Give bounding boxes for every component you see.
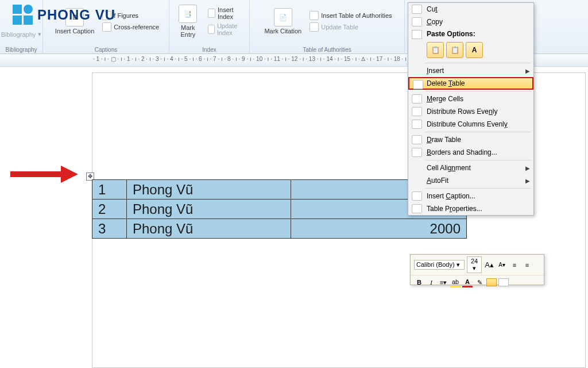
shrink-font-button[interactable]: A▾ (497, 260, 507, 270)
menu-merge-cells[interactable]: Merge Cells (408, 93, 533, 105)
borders-icon (412, 148, 422, 157)
mini-toolbar: Calibri (Body) ▾ 24 ▾ A▴ A▾ ≡ ≡ B I ≡▾ a… (410, 254, 544, 285)
align-button[interactable]: ≡▾ (438, 277, 448, 288)
menu-draw-table[interactable]: Draw Table (408, 133, 533, 146)
menu-table-properties[interactable]: Table Properties... (408, 202, 533, 215)
mark-citation-icon: 📄 (274, 8, 292, 26)
logo-icon (13, 5, 33, 25)
border-swatch[interactable] (498, 278, 509, 286)
insert-toa-button[interactable]: Insert Table of Authorities (308, 10, 393, 21)
menu-distribute-rows[interactable]: Distribute Rows Evenly (408, 105, 533, 118)
paste-options: 📋 📋 A (408, 40, 533, 62)
group-label-bibliography: Bibliography (5, 47, 37, 53)
delete-table-icon (413, 80, 423, 89)
menu-autofit[interactable]: AutoFit▶ (408, 174, 533, 187)
menu-cut[interactable]: Cut (408, 3, 533, 16)
scissors-icon (412, 5, 422, 14)
copy-icon (412, 17, 422, 26)
menu-delete-table[interactable]: Delete Table (408, 77, 533, 90)
annotation-arrow (10, 168, 79, 181)
bibliography-button[interactable]: Bibliography ▾ (0, 30, 42, 39)
dist-cols-icon (412, 120, 422, 129)
context-menu: Cut Copy Paste Options: 📋 📋 A Insert▶ De… (408, 2, 534, 216)
menu-insert[interactable]: Insert▶ (408, 64, 533, 77)
shading-swatch[interactable] (486, 278, 497, 286)
update-table-icon (310, 22, 319, 32)
clipboard-icon (412, 30, 422, 39)
paste-options-header: Paste Options: (408, 28, 533, 40)
paste-option-3[interactable]: A (466, 42, 483, 58)
properties-icon (412, 204, 422, 213)
mark-entry-icon: 📑 (179, 5, 197, 23)
chevron-right-icon: ▶ (525, 165, 530, 171)
table-row: 3Phong Vũ2000 (92, 219, 467, 239)
chevron-right-icon: ▶ (525, 68, 530, 74)
menu-cell-alignment[interactable]: Cell Alignment▶ (408, 162, 533, 174)
highlight-button[interactable]: ab (450, 277, 461, 288)
font-color-button[interactable]: A (462, 277, 473, 288)
mark-entry-button[interactable]: 📑 Mark Entry (173, 3, 203, 39)
update-table-button[interactable]: Update Table (308, 22, 393, 32)
chevron-right-icon: ▶ (525, 178, 530, 184)
grow-font-button[interactable]: A▴ (484, 260, 494, 270)
font-selector[interactable]: Calibri (Body) ▾ (414, 260, 465, 270)
insert-index-button[interactable]: Insert Index (207, 6, 246, 21)
italic-button[interactable]: I (426, 277, 436, 288)
update-index-icon (208, 25, 215, 34)
toa-icon (310, 11, 319, 20)
paste-option-2[interactable]: 📋 (446, 42, 463, 58)
group-label-toa: Table of Authorities (303, 47, 351, 53)
group-label-captions: Captions (95, 47, 117, 53)
menu-copy[interactable]: Copy (408, 16, 533, 28)
dist-rows-icon (412, 107, 422, 116)
menu-insert-caption[interactable]: Insert Caption... (408, 190, 533, 202)
update-index-button[interactable]: Update Index (207, 22, 246, 37)
caption-icon (412, 191, 422, 201)
merge-icon (412, 94, 422, 103)
paste-option-1[interactable]: 📋 (427, 42, 444, 58)
pencil-icon (412, 135, 422, 144)
font-size-selector[interactable]: 24 ▾ (467, 256, 482, 273)
logo-text: PHONG VU (37, 7, 115, 23)
format-painter-button[interactable]: ✎ (474, 277, 485, 288)
mark-citation-button[interactable]: 📄 Mark Citation (261, 7, 305, 36)
decrease-indent-button[interactable]: ≡ (509, 260, 520, 270)
phong-vu-logo: PHONG VU (13, 5, 115, 25)
group-label-index: Index (202, 47, 216, 53)
ruler-scale: · 1 · ı · ▢ · ı · 1 · ı · 2 · ı · 3 · ı … (93, 56, 407, 62)
menu-borders-shading[interactable]: Borders and Shading... (408, 146, 533, 159)
increase-indent-button[interactable]: ≡ (522, 260, 532, 270)
menu-distribute-cols[interactable]: Distribute Columns Evenly (408, 118, 533, 131)
insert-index-icon (208, 9, 215, 18)
bold-button[interactable]: B (414, 277, 424, 288)
